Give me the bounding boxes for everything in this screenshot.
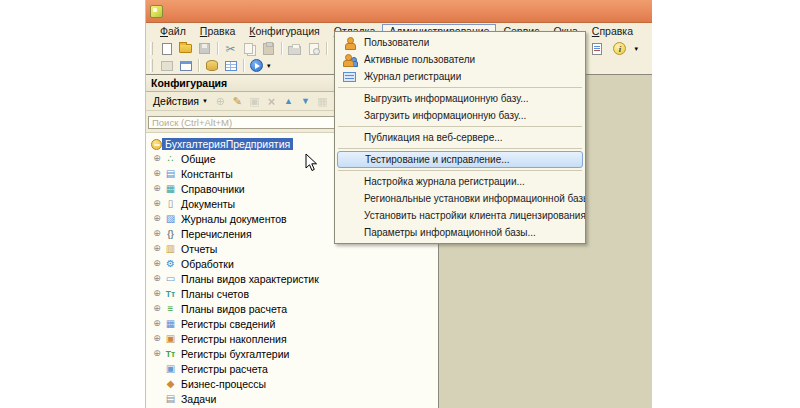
menubar-item-3[interactable]: Конфигурация: [242, 24, 326, 39]
tree-item-label: Регистры сведений: [178, 318, 278, 330]
copy-icon[interactable]: [240, 41, 259, 57]
infobase-icon[interactable]: [202, 58, 221, 74]
menu-item-12[interactable]: Настройка журнала регистрации...: [335, 173, 585, 190]
paste-icon[interactable]: [259, 41, 278, 57]
app-icon: [150, 5, 163, 18]
open-icon[interactable]: [176, 41, 195, 57]
expand-icon[interactable]: ⊕: [151, 319, 163, 328]
menu-item-2[interactable]: Активные пользователи: [335, 51, 585, 68]
tree-item-label: Регистры расчета: [178, 363, 271, 375]
menu-item-label: Настройка журнала регистрации...: [364, 176, 525, 187]
table-icon[interactable]: [221, 58, 240, 74]
menu-item-label: Тестирование и исправление...: [365, 154, 510, 165]
toolbar-options-arrow-icon[interactable]: ▾: [634, 45, 638, 53]
screenshot-stage: ФайлПравкаКонфигурацияОтладкаАдминистрир…: [0, 0, 800, 408]
expand-icon[interactable]: ⊕: [151, 199, 163, 208]
copy-object-icon[interactable]: ▣: [246, 94, 263, 109]
expand-icon[interactable]: ⊕: [151, 154, 163, 163]
expand-icon[interactable]: ⊕: [151, 289, 163, 298]
tree-item-10[interactable]: ⊕▭Планы видов характеристик: [146, 271, 438, 286]
expand-icon[interactable]: ⊕: [151, 214, 163, 223]
expand-icon[interactable]: ⊕: [151, 244, 163, 253]
start-debugging-icon[interactable]: [247, 58, 266, 74]
menu-item-3[interactable]: Журнал регистрации: [335, 68, 585, 85]
move-up-icon[interactable]: ▲: [280, 94, 297, 109]
tree-item-14[interactable]: ⊕▣Регистры накопления: [146, 331, 438, 346]
edit-icon[interactable]: ✎: [229, 94, 246, 109]
delete-icon[interactable]: ×: [263, 94, 280, 109]
data-processors-icon: ⚙: [163, 259, 178, 269]
print-preview-icon[interactable]: [304, 41, 323, 57]
menu-item-label: Журнал регистрации: [364, 71, 461, 82]
menubar-item-8[interactable]: Справка: [585, 24, 640, 39]
charts-of-accounts-icon: Тт: [163, 289, 178, 299]
actions-button[interactable]: Действия▼: [149, 94, 212, 108]
journal-icon: [343, 72, 356, 82]
expand-icon[interactable]: ⊕: [151, 274, 163, 283]
expand-icon[interactable]: ⊕: [151, 349, 163, 358]
tree-item-9[interactable]: ⊕⚙Обработки: [146, 256, 438, 271]
tasks-icon: ▤: [163, 394, 178, 404]
menu-item-label: Пользователи: [364, 37, 429, 48]
toolbar-separator: [326, 42, 327, 55]
configurator-window: ФайлПравкаКонфигурацияОтладкаАдминистрир…: [145, 0, 652, 408]
tree-item-15[interactable]: ⊕ТтРегистры бухгалтерии: [146, 346, 438, 361]
menubar-item-1[interactable]: Файл: [153, 24, 193, 39]
menu-item-8[interactable]: Публикация на веб-сервере...: [335, 129, 585, 146]
document-journals-icon: ▨: [163, 214, 178, 224]
menu-separator: [338, 87, 582, 88]
tree-item-18[interactable]: ▤Задачи: [146, 391, 438, 406]
tree-item-12[interactable]: ⊕≡Планы видов расчета: [146, 301, 438, 316]
common-objects-icon: ∴: [163, 154, 178, 164]
menu-item-1[interactable]: Пользователи: [335, 34, 585, 51]
tree-item-13[interactable]: ⊕▦Регистры сведений: [146, 316, 438, 331]
expand-icon[interactable]: ⊕: [151, 334, 163, 343]
client-window-icon[interactable]: [176, 58, 195, 74]
tree-item-label: Планы видов расчета: [178, 303, 290, 315]
tree-item-label: Бизнес-процессы: [178, 378, 269, 390]
menu-item-14[interactable]: Установить настройки клиента лицензирова…: [335, 207, 585, 224]
sort-icon[interactable]: ▦: [314, 94, 331, 109]
print-icon[interactable]: [285, 41, 304, 57]
debug-dropdown-arrow-icon[interactable]: ▾: [267, 62, 271, 70]
tree-item-label: БухгалтерияПредприятия: [162, 138, 293, 150]
menu-item-5[interactable]: Выгрузить информационную базу...: [335, 90, 585, 107]
toolbar-grip: [150, 59, 153, 72]
user-icon: [343, 36, 356, 49]
expand-icon[interactable]: ⊕: [151, 184, 163, 193]
users-icon: [343, 53, 356, 66]
expand-icon[interactable]: ⊕: [151, 304, 163, 313]
accumulation-registers-icon: ▣: [163, 334, 178, 344]
toolbar-separator: [198, 59, 199, 72]
configuration-root-icon: [151, 139, 162, 150]
expand-icon[interactable]: ⊕: [151, 229, 163, 238]
menu-item-10[interactable]: Тестирование и исправление...: [337, 151, 583, 168]
tree-item-label: Планы счетов: [178, 288, 252, 300]
menu-item-15[interactable]: Параметры информационной базы...: [335, 224, 585, 241]
move-down-icon[interactable]: ▼: [297, 94, 314, 109]
new-document-icon[interactable]: [157, 41, 176, 57]
menu-item-13[interactable]: Региональные установки информационной ба…: [335, 190, 585, 207]
menu-separator: [338, 148, 582, 149]
menu-item-label: Региональные установки информационной ба…: [364, 193, 585, 204]
tree-item-16[interactable]: ▣Регистры расчета: [146, 361, 438, 376]
tree-item-label: Обработки: [178, 258, 237, 270]
configuration-storage-icon[interactable]: [157, 58, 176, 74]
about-icon[interactable]: i: [610, 41, 629, 57]
administration-dropdown-menu: ПользователиАктивные пользователиЖурнал …: [334, 31, 586, 244]
tree-item-17[interactable]: ◆Бизнес-процессы: [146, 376, 438, 391]
tree-item-11[interactable]: ⊕ТтПланы счетов: [146, 286, 438, 301]
syntax-check-icon[interactable]: [587, 41, 606, 57]
cut-icon[interactable]: ✂: [221, 41, 240, 57]
expand-icon[interactable]: ⊕: [151, 169, 163, 178]
menubar-item-2[interactable]: Правка: [193, 24, 242, 39]
tree-item-label: Планы видов характеристик: [178, 273, 322, 285]
toolbar-grip: [150, 42, 153, 55]
window-titlebar: [146, 0, 652, 23]
toolbar-separator: [243, 59, 244, 72]
add-icon[interactable]: ⊕: [212, 94, 229, 109]
save-icon[interactable]: [195, 41, 214, 57]
business-processes-icon: ◆: [163, 379, 178, 389]
menu-item-6[interactable]: Загрузить информационную базу...: [335, 107, 585, 124]
expand-icon[interactable]: ⊕: [151, 259, 163, 268]
